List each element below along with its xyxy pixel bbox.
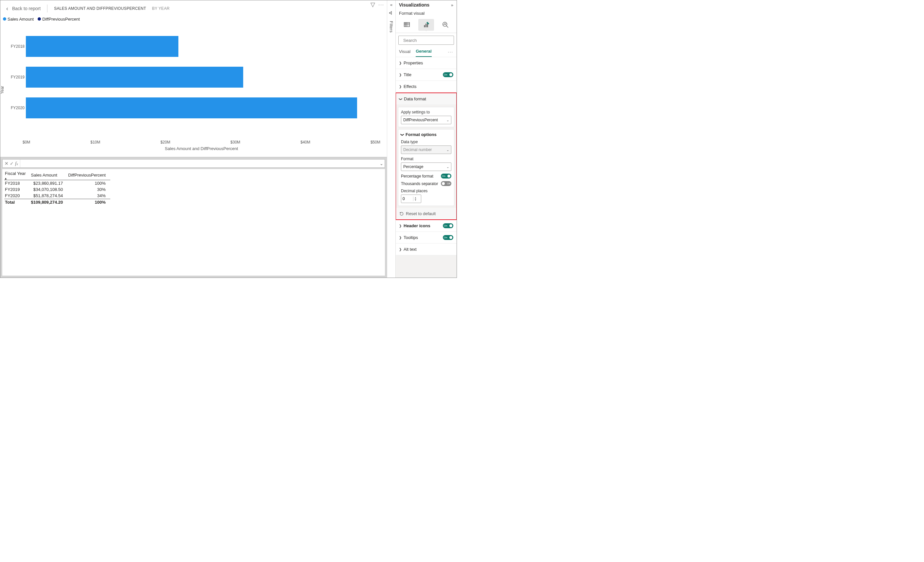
header-icons-toggle[interactable] — [443, 223, 453, 228]
fx-icon[interactable]: fx — [15, 161, 18, 166]
x-tick: $0M — [22, 140, 30, 145]
search-input[interactable] — [398, 36, 454, 45]
chevron-down-icon: ❯ — [400, 133, 404, 136]
panel-title: Visualizations — [399, 2, 429, 7]
data-type-dropdown[interactable]: Decimal number⌄ — [401, 145, 452, 154]
format-visual-tab[interactable] — [418, 19, 434, 31]
table-row[interactable]: FY2020$51,878,274.5434% — [4, 193, 110, 199]
commit-formula-icon[interactable]: ✓ — [10, 161, 14, 166]
chevron-right-icon: ❯ — [399, 73, 402, 76]
col-diff-prev[interactable]: DiffPreviousPercent — [68, 170, 110, 180]
visualizations-panel: Visualizations » Format visual Visual Ge… — [395, 0, 457, 278]
apply-settings-label: Apply settings to — [401, 110, 452, 114]
data-table: Fiscal Year▲ Sales Amount DiffPreviousPe… — [4, 170, 110, 205]
filter-icon[interactable]: ▽ — [370, 1, 375, 8]
y-tick-fy2019: FY2019 — [8, 75, 24, 79]
panel-subtitle: Format visual — [396, 9, 457, 17]
breadcrumb: ‹ Back to report SALES AMOUNT AND DIFFPR… — [0, 0, 387, 17]
legend-label-diff: DiffPreviousPercent — [42, 17, 80, 22]
bar-fy2020[interactable] — [26, 97, 357, 118]
legend-dot-diff — [38, 17, 41, 21]
tab-visual[interactable]: Visual — [399, 47, 411, 57]
visual-subtitle: BY YEAR — [152, 6, 170, 11]
chevron-down-icon: ❯ — [399, 98, 403, 100]
section-header-icons[interactable]: ❯Header icons — [396, 220, 457, 232]
chevron-right-icon: ❯ — [399, 85, 402, 88]
data-type-label: Data type — [401, 140, 452, 144]
thousands-sep-label: Thousands separator — [401, 181, 438, 186]
format-options-header[interactable]: ❯ Format options — [401, 132, 452, 137]
x-tick: $10M — [90, 140, 100, 145]
apply-settings-dropdown[interactable]: DiffPreviousPercent⌄ — [401, 116, 452, 124]
legend-dot-sales — [3, 17, 6, 21]
title-toggle[interactable] — [443, 72, 453, 77]
chevron-right-icon: ❯ — [399, 236, 402, 239]
apply-settings-card: Apply settings to DiffPreviousPercent⌄ — [398, 107, 454, 127]
cancel-formula-icon[interactable]: ✕ — [4, 161, 9, 166]
format-dropdown[interactable]: Percentage⌄ — [401, 163, 452, 171]
section-properties[interactable]: ❯Properties — [396, 57, 457, 69]
decimal-places-input[interactable] — [401, 196, 413, 201]
section-title[interactable]: ❯Title — [396, 69, 457, 81]
col-fiscal-year[interactable]: Fiscal Year▲ — [4, 170, 30, 180]
formula-input[interactable] — [20, 160, 378, 167]
highlighted-section: ❯Data format Apply settings to DiffPrevi… — [395, 93, 457, 220]
search-field[interactable] — [403, 37, 457, 43]
reset-icon — [399, 212, 404, 216]
analytics-tab[interactable] — [438, 19, 453, 31]
table-total-row: Total$109,809,274.20100% — [4, 199, 110, 206]
svg-rect-5 — [424, 25, 425, 27]
more-icon[interactable]: ··· — [378, 2, 384, 7]
y-axis-label: Year — [0, 86, 4, 94]
svg-rect-6 — [426, 24, 426, 27]
build-visual-tab[interactable] — [399, 19, 415, 31]
expand-panel-icon[interactable]: » — [451, 3, 453, 7]
formula-dropdown-icon[interactable]: ⌄ — [378, 161, 385, 166]
chevron-right-icon: ❯ — [399, 61, 402, 65]
decimal-places-label: Decimal places — [401, 188, 452, 193]
y-tick-fy2018: FY2018 — [8, 44, 24, 49]
percentage-format-label: Percentage format — [401, 174, 434, 178]
table-row[interactable]: FY2019$34,070,108.5030% — [4, 186, 110, 193]
x-tick: $50M — [370, 140, 380, 145]
chart-legend: Sales Amount DiffPreviousPercent — [0, 17, 387, 23]
tab-more-icon[interactable]: ··· — [448, 49, 453, 54]
x-axis: $0M $10M $20M $30M $40M $50M — [22, 140, 380, 145]
x-tick: $30M — [230, 140, 240, 145]
spin-up-icon[interactable]: ▲ — [414, 196, 417, 199]
x-tick: $40M — [300, 140, 310, 145]
expand-filters-icon[interactable]: « — [390, 2, 393, 7]
y-tick-fy2020: FY2020 — [8, 106, 24, 110]
table-row[interactable]: FY2018$23,860,891.17100% — [4, 180, 110, 187]
bar-fy2018[interactable] — [26, 36, 178, 57]
decimal-places-spinner[interactable]: ▲▼ — [401, 194, 421, 203]
percentage-format-toggle[interactable] — [441, 173, 452, 178]
col-sales-amount[interactable]: Sales Amount — [30, 170, 68, 180]
format-label: Format — [401, 157, 452, 161]
chevron-down-icon: ⌄ — [447, 148, 449, 152]
visual-title: SALES AMOUNT AND DIFFPREVIOUSPERCENT — [54, 6, 146, 11]
chevron-right-icon: ❯ — [399, 248, 402, 251]
spin-down-icon[interactable]: ▼ — [414, 199, 417, 201]
bar-chart[interactable]: Year FY2018 FY2019 FY2020 $0M $10M $20M … — [0, 23, 387, 157]
chevron-down-icon: ⌄ — [447, 165, 449, 169]
formula-bar: ✕ ✓ fx ⌄ — [2, 159, 385, 168]
section-effects[interactable]: ❯Effects — [396, 81, 457, 93]
tooltips-toggle[interactable] — [443, 235, 453, 240]
section-alt-text[interactable]: ❯Alt text — [396, 244, 457, 256]
section-data-format[interactable]: ❯Data format — [396, 93, 456, 105]
reset-to-default[interactable]: Reset to default — [396, 208, 456, 220]
tab-general[interactable]: General — [416, 47, 431, 57]
thousands-sep-toggle[interactable] — [441, 181, 452, 186]
x-axis-label: Sales Amount and DiffPreviousPercent — [26, 146, 377, 151]
announce-icon[interactable] — [389, 10, 394, 16]
section-tooltips[interactable]: ❯Tooltips — [396, 232, 457, 244]
legend-label-sales: Sales Amount — [8, 17, 34, 22]
x-tick: $20M — [160, 140, 170, 145]
back-link[interactable]: Back to report — [12, 6, 40, 11]
bar-fy2019[interactable] — [26, 67, 243, 88]
filters-pane-collapsed: « Filters — [387, 0, 395, 278]
chevron-right-icon: ❯ — [399, 224, 402, 227]
filters-label[interactable]: Filters — [389, 21, 394, 32]
back-arrow-icon[interactable]: ‹ — [6, 5, 8, 12]
